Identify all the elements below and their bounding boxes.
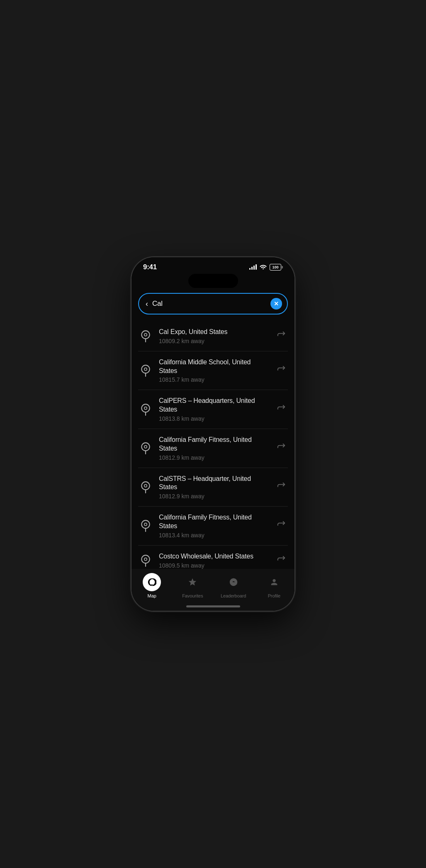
svg-point-10 (144, 446, 147, 448)
svg-point-13 (144, 484, 147, 487)
list-item[interactable]: California Family Fitness, United States… (138, 429, 288, 468)
svg-point-12 (141, 482, 149, 490)
search-container: ‹ Cal ✕ (131, 290, 295, 321)
svg-point-0 (141, 331, 149, 339)
result-name: CalSTRS – Headquarter, United States (159, 475, 269, 492)
location-pin-icon (138, 441, 153, 456)
home-indicator (186, 605, 240, 607)
result-name: California Family Fitness, United States (159, 513, 269, 531)
share-icon[interactable] (275, 364, 288, 377)
search-bar[interactable]: ‹ Cal ✕ (138, 293, 288, 315)
map-nav-label: Map (148, 593, 156, 598)
list-item[interactable]: Cal Expo, United States 10809.2 km away (138, 321, 288, 351)
result-distance: 10809.2 km away (159, 338, 269, 344)
svg-point-1 (144, 333, 147, 336)
profile-nav-label: Profile (268, 593, 280, 598)
nav-item-map[interactable]: Map (131, 573, 172, 598)
result-distance: 10809.5 km away (159, 562, 269, 569)
result-name: Costco Wholesale, United States (159, 552, 269, 561)
status-icons: 100 (249, 264, 283, 271)
svg-point-16 (144, 523, 147, 526)
result-name: California Middle School, United States (159, 358, 269, 375)
nav-item-leaderboard[interactable]: Leaderboard (213, 573, 254, 598)
result-name: California Family Fitness, United States (159, 436, 269, 453)
status-time: 9:41 (143, 263, 157, 271)
location-pin-icon (138, 363, 153, 378)
svg-point-9 (141, 443, 149, 451)
favourites-icon-wrapper (183, 573, 202, 591)
svg-point-18 (141, 555, 149, 563)
share-icon[interactable] (275, 480, 288, 494)
map-icon-wrapper (143, 573, 161, 591)
svg-point-7 (144, 407, 147, 409)
phone-frame: 9:41 100 (131, 257, 295, 611)
list-item[interactable]: Costco Wholesale, United States 10809.5 … (138, 546, 288, 569)
list-item[interactable]: California Middle School, United States … (138, 351, 288, 390)
share-icon[interactable] (275, 329, 288, 343)
nav-item-profile[interactable]: Profile (254, 573, 295, 598)
result-name: CalPERS – Headquarters, United States (159, 397, 269, 414)
location-pin-icon (138, 329, 153, 344)
svg-point-15 (141, 521, 149, 529)
leaderboard-nav-label: Leaderboard (221, 593, 246, 598)
location-pin-icon (138, 402, 153, 417)
result-distance: 10812.9 km away (159, 454, 269, 461)
bottom-nav: Map Favourites (131, 569, 295, 611)
svg-point-4 (144, 368, 147, 371)
wifi-icon (260, 264, 267, 271)
result-distance: 10815.7 km away (159, 376, 269, 383)
location-pin-icon (138, 518, 153, 533)
share-icon[interactable] (275, 519, 288, 532)
result-distance: 10813.8 km away (159, 415, 269, 422)
share-icon[interactable] (275, 441, 288, 455)
result-name: Cal Expo, United States (159, 328, 269, 336)
profile-icon-wrapper (265, 573, 283, 591)
list-item[interactable]: California Family Fitness, United States… (138, 507, 288, 546)
list-item[interactable]: CalPERS – Headquarters, United States 10… (138, 390, 288, 429)
nav-item-favourites[interactable]: Favourites (172, 573, 213, 598)
signal-bars-icon (249, 265, 257, 270)
favourites-nav-label: Favourites (182, 593, 203, 598)
battery-icon: 100 (270, 264, 283, 271)
status-bar: 9:41 100 (131, 257, 295, 274)
location-pin-icon (138, 553, 153, 568)
location-pin-icon (138, 480, 153, 495)
svg-point-6 (141, 404, 149, 412)
screen: 9:41 100 (131, 257, 295, 611)
dynamic-island (188, 274, 238, 288)
back-arrow-icon[interactable]: ‹ (146, 300, 148, 307)
result-distance: 10812.9 km away (159, 493, 269, 500)
svg-point-3 (141, 365, 149, 373)
result-distance: 10813.4 km away (159, 532, 269, 539)
close-icon: ✕ (274, 301, 279, 307)
list-item[interactable]: CalSTRS – Headquarter, United States 108… (138, 468, 288, 507)
share-icon[interactable] (275, 554, 288, 567)
results-list: Cal Expo, United States 10809.2 km away … (131, 321, 295, 569)
search-input[interactable]: Cal (152, 300, 266, 308)
share-icon[interactable] (275, 403, 288, 416)
clear-search-button[interactable]: ✕ (270, 298, 282, 310)
svg-point-19 (144, 558, 147, 560)
leaderboard-icon-wrapper (224, 573, 243, 591)
